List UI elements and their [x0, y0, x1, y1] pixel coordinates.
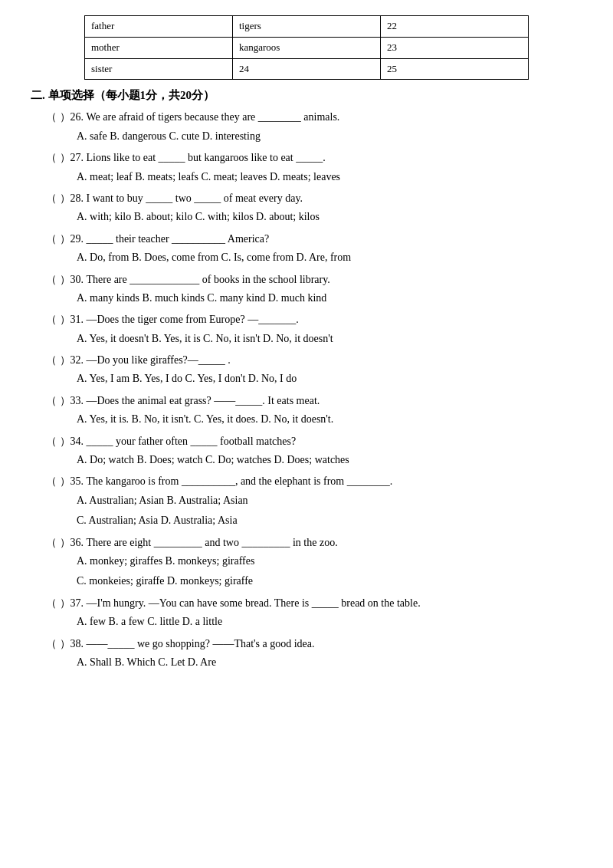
question-text: （ ）28. I want to buy _____ two _____ of …: [31, 190, 582, 207]
question-text: （ ）27. Lions like to eat _____ but kanga…: [31, 150, 582, 166]
question-text: （ ）33. —Does the animal eat grass? ——___…: [31, 393, 582, 409]
question-text: （ ）26. We are afraid of tigers because t…: [31, 109, 582, 126]
question-text: （ ）29. _____ their teacher __________ Am…: [31, 231, 582, 248]
options-line: A. Yes, I am B. Yes, I do C. Yes, I don'…: [31, 370, 582, 387]
question-text: （ ）31. —Does the tiger come from Europe?…: [31, 311, 582, 328]
options-grid-row: A. monkey; giraffes B. monkeys; giraffes: [77, 553, 582, 570]
question-block: （ ）28. I want to buy _____ two _____ of …: [31, 190, 582, 226]
options-line: A. Shall B. Which C. Let D. Are: [31, 654, 582, 671]
question-block: （ ）26. We are afraid of tigers because t…: [31, 109, 582, 145]
table-cell: 24: [233, 58, 381, 80]
question-block: （ ）32. —Do you like giraffes?—_____ .A. …: [31, 352, 582, 388]
options-line: A. Do, from B. Does, come from C. Is, co…: [31, 249, 582, 266]
table-cell: 25: [381, 58, 529, 80]
table-container: fathertigers22motherkangaroos23sister242…: [31, 15, 582, 80]
options-grid-row: C. Australian; Asia D. Australia; Asia: [77, 512, 582, 529]
table-cell: mother: [85, 37, 233, 58]
options-line: A. Yes, it is. B. No, it isn't. C. Yes, …: [31, 411, 582, 428]
options-grid-row: C. monkeies; giraffe D. monkeys; giraffe: [77, 573, 582, 590]
question-block: （ ）27. Lions like to eat _____ but kanga…: [31, 150, 582, 186]
question-text: （ ）32. —Do you like giraffes?—_____ .: [31, 352, 582, 369]
question-block: （ ）33. —Does the animal eat grass? ——___…: [31, 393, 582, 429]
options-line: A. with; kilo B. about; kilo C. with; ki…: [31, 209, 582, 225]
options-line: A. few B. a few C. little D. a little: [31, 613, 582, 630]
question-block: （ ）38. ——_____ we go shopping? ——That's …: [31, 636, 582, 672]
table-cell: 22: [381, 16, 529, 38]
options-grid-row: A. Australian; Asian B. Australia; Asian: [77, 492, 582, 509]
question-block: （ ）37. —I'm hungry. —You can have some b…: [31, 595, 582, 631]
question-block: （ ）34. _____ your father often _____ foo…: [31, 433, 582, 469]
question-block: （ ）35. The kangaroo is from __________, …: [31, 473, 582, 529]
table-cell: 23: [381, 37, 529, 58]
question-block: （ ）30. There are _____________ of books …: [31, 271, 582, 307]
section2-title: 二. 单项选择（每小题1分，共20分）: [31, 86, 582, 104]
options-line: A. meat; leaf B. meats; leafs C. meat; l…: [31, 169, 582, 186]
question-block: （ ）29. _____ their teacher __________ Am…: [31, 231, 582, 267]
question-block: （ ）36. There are eight _________ and two…: [31, 534, 582, 590]
question-text: （ ）35. The kangaroo is from __________, …: [31, 473, 582, 490]
question-block: （ ）31. —Does the tiger come from Europe?…: [31, 311, 582, 347]
table-cell: sister: [85, 58, 233, 80]
data-table: fathertigers22motherkangaroos23sister242…: [84, 15, 529, 80]
question-text: （ ）38. ——_____ we go shopping? ——That's …: [31, 636, 582, 653]
options-line: A. Yes, it doesn't B. Yes, it is C. No, …: [31, 330, 582, 347]
question-text: （ ）30. There are _____________ of books …: [31, 271, 582, 288]
question-text: （ ）37. —I'm hungry. —You can have some b…: [31, 595, 582, 612]
table-cell: father: [85, 16, 233, 38]
question-text: （ ）34. _____ your father often _____ foo…: [31, 433, 582, 450]
question-text: （ ）36. There are eight _________ and two…: [31, 534, 582, 551]
options-line: A. many kinds B. much kinds C. many kind…: [31, 290, 582, 307]
table-cell: kangaroos: [233, 37, 381, 58]
options-line: A. safe B. dangerous C. cute D. interest…: [31, 128, 582, 145]
options-line: A. Do; watch B. Does; watch C. Do; watch…: [31, 452, 582, 469]
table-cell: tigers: [233, 16, 381, 38]
